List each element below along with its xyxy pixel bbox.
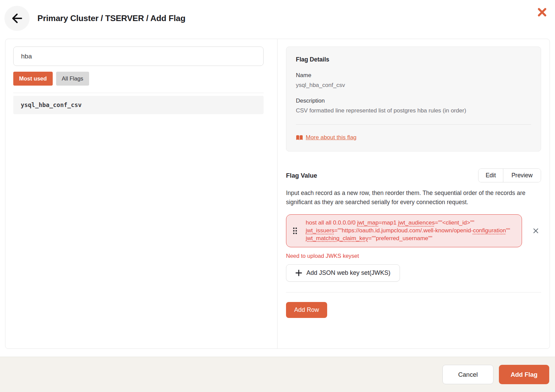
filter-all-flags-button[interactable]: All Flags bbox=[56, 72, 89, 86]
edit-preview-toggle: Edit Preview bbox=[478, 168, 541, 182]
flag-details-card: Flag Details Name ysql_hba_conf_csv Desc… bbox=[286, 47, 541, 152]
drag-handle-icon[interactable] bbox=[292, 226, 298, 235]
more-about-flag-row: More about this flag bbox=[296, 134, 531, 141]
flag-value-heading: Flag Value bbox=[286, 172, 317, 179]
back-button[interactable] bbox=[4, 6, 30, 31]
close-icon bbox=[537, 7, 547, 17]
flag-value-row-line: host all all 0.0.0.0/0 jwt_map=map1 jwt_… bbox=[286, 214, 541, 247]
flag-value-row-text[interactable]: host all all 0.0.0.0/0 jwt_map=map1 jwt_… bbox=[306, 219, 512, 242]
flag-list-item[interactable]: ysql_hba_conf_csv bbox=[13, 96, 264, 114]
flag-name-value: ysql_hba_conf_csv bbox=[296, 82, 531, 89]
delete-row-button[interactable] bbox=[531, 226, 540, 235]
cancel-button[interactable]: Cancel bbox=[442, 365, 493, 384]
flag-name-label: Name bbox=[296, 72, 531, 79]
modal-body: Most used All Flags ysql_hba_conf_csv Fl… bbox=[5, 39, 550, 349]
flag-description-value: CSV formatted line represented list of p… bbox=[296, 107, 531, 114]
delete-row-icon bbox=[533, 228, 539, 234]
preview-tab[interactable]: Preview bbox=[503, 169, 541, 182]
flag-details-heading: Flag Details bbox=[296, 56, 531, 63]
filter-toggle-group: Most used All Flags bbox=[13, 72, 264, 86]
jwks-error-text: Need to upload JWKS keyset bbox=[286, 253, 541, 259]
add-jwks-button[interactable]: Add JSON web key set(JWKS) bbox=[286, 264, 400, 282]
back-arrow-icon bbox=[11, 13, 23, 24]
page-title: Primary Cluster / TSERVER / Add Flag bbox=[37, 14, 185, 23]
close-button[interactable] bbox=[537, 7, 548, 18]
flag-value-divider bbox=[286, 292, 541, 292]
modal-footer: Cancel Add Flag bbox=[0, 357, 555, 392]
add-flag-button[interactable]: Add Flag bbox=[499, 365, 549, 384]
flag-value-header: Flag Value Edit Preview bbox=[286, 168, 541, 182]
plus-icon bbox=[296, 270, 302, 276]
flag-value-row[interactable]: host all all 0.0.0.0/0 jwt_map=map1 jwt_… bbox=[286, 214, 522, 247]
flag-search-panel: Most used All Flags ysql_hba_conf_csv bbox=[5, 39, 278, 349]
filter-most-used-button[interactable]: Most used bbox=[13, 72, 53, 86]
book-icon bbox=[296, 135, 303, 141]
list-divider bbox=[13, 93, 264, 93]
modal-header: Primary Cluster / TSERVER / Add Flag bbox=[0, 0, 555, 39]
more-about-flag-link[interactable]: More about this flag bbox=[306, 134, 356, 141]
flag-details-divider bbox=[296, 124, 531, 125]
flag-search-input[interactable] bbox=[13, 47, 264, 66]
add-row-button[interactable]: Add Row bbox=[286, 302, 327, 318]
add-jwks-label: Add JSON web key set(JWKS) bbox=[306, 269, 390, 277]
flag-description-label: Description bbox=[296, 97, 531, 104]
edit-tab[interactable]: Edit bbox=[478, 169, 503, 182]
flag-value-instructions: Input each record as a new row, then reo… bbox=[286, 189, 541, 207]
flag-config-panel: Flag Details Name ysql_hba_conf_csv Desc… bbox=[278, 39, 550, 349]
